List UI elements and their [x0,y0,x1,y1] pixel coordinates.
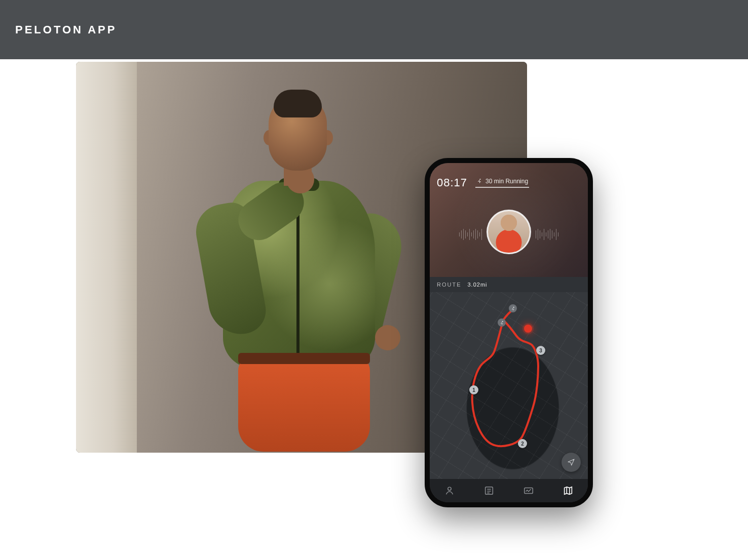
workout-elapsed-time: 08:17 [437,176,467,189]
svg-point-3 [448,487,451,490]
photo-runner [182,82,416,447]
tab-feed[interactable] [482,484,496,497]
tab-profile[interactable] [443,484,456,497]
instructor-avatar-image [488,211,530,253]
banner-title: PELOTON APP [15,23,117,36]
photo-pillar [76,62,137,453]
workout-label-chip[interactable]: 30 min Running [475,178,529,188]
phone-screen: 08:17 30 min Running [430,163,588,502]
route-path [430,292,588,479]
recenter-button[interactable] [562,453,581,472]
map-icon [563,485,574,496]
route-label: ROUTE [437,282,462,288]
phone-mockup: 08:17 30 min Running [425,158,593,507]
svg-point-0 [480,179,481,180]
locate-icon [567,458,575,466]
route-info-bar: ROUTE 3.02mi [430,277,588,292]
runner-position-icon [498,318,506,327]
top-banner: PELOTON APP [0,0,748,59]
route-map[interactable]: 1 2 3 [430,292,588,479]
route-waypoint-2: 2 [518,439,527,448]
route-start-icon [509,304,517,312]
tab-map[interactable] [562,484,575,497]
instructor-avatar[interactable] [488,211,530,253]
svg-point-2 [502,321,503,322]
hero-area: 08:17 30 min Running [0,59,748,560]
profile-icon [444,485,455,496]
route-distance: 3.02mi [468,282,488,288]
svg-rect-5 [525,488,533,494]
runner-icon [476,178,482,184]
route-waypoint-3: 3 [536,346,545,355]
svg-point-1 [513,306,514,307]
phone-tabbar [430,479,588,502]
workout-label: 30 min Running [485,178,528,185]
route-waypoint-1: 1 [469,385,478,394]
feed-icon [483,485,495,496]
stats-icon [523,485,534,496]
tab-stats[interactable] [522,484,535,497]
workout-pane[interactable]: 08:17 30 min Running [430,163,588,277]
route-live-dot [524,325,532,333]
